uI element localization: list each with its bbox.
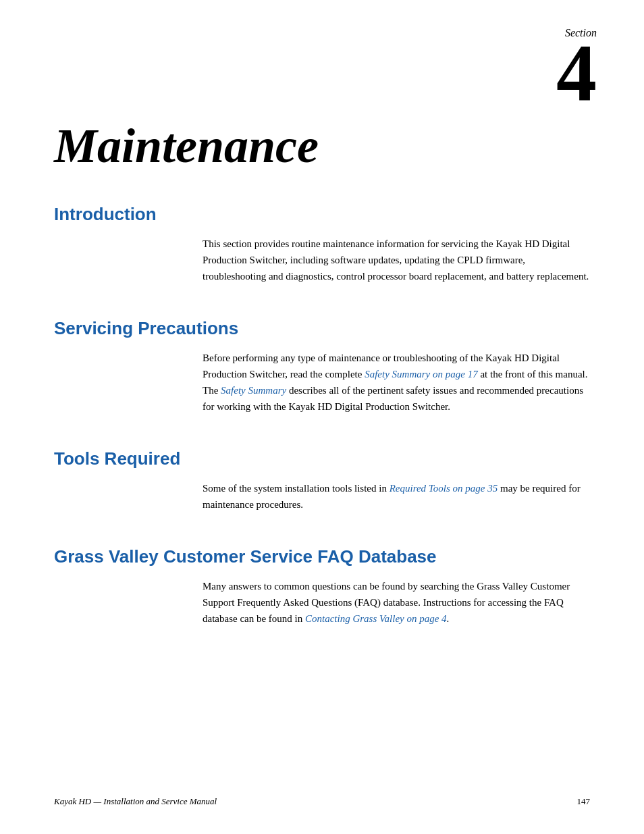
grass-valley-faq-content: Many answers to common questions can be … [54, 578, 590, 627]
grass-valley-faq-heading-text: Grass Valley Customer Service FAQ Databa… [54, 546, 590, 567]
tools-required-left-spacer [54, 480, 203, 513]
section-tools-required: Tools Required Some of the system instal… [54, 448, 590, 513]
introduction-heading: Introduction [54, 204, 590, 225]
footer-page-number: 147 [577, 796, 591, 807]
grass-valley-faq-left-spacer [54, 578, 203, 627]
required-tools-link[interactable]: Required Tools on page 35 [390, 483, 498, 494]
servicing-precautions-body: Before performing any type of maintenanc… [203, 350, 590, 415]
chapter-title-block: Maintenance [54, 122, 590, 170]
tools-required-content: Some of the system installation tools li… [54, 480, 590, 513]
footer-left-text: Kayak HD — Installation and Service Manu… [54, 796, 217, 807]
grass-valley-faq-body: Many answers to common questions can be … [203, 578, 590, 627]
introduction-heading-text: Introduction [54, 204, 590, 225]
safety-summary-link-1[interactable]: Safety Summary on page 17 [365, 369, 477, 380]
section-grass-valley-faq: Grass Valley Customer Service FAQ Databa… [54, 546, 590, 627]
servicing-precautions-content: Before performing any type of maintenanc… [54, 350, 590, 415]
introduction-text: This section provides routine maintenanc… [203, 236, 590, 284]
section-number: 4 [556, 39, 597, 108]
tools-required-body: Some of the system installation tools li… [203, 480, 590, 513]
introduction-body: This section provides routine maintenanc… [203, 236, 590, 284]
section-header: Section 4 [556, 27, 597, 108]
tools-required-heading-text: Tools Required [54, 448, 590, 469]
section-servicing-precautions: Servicing Precautions Before performing … [54, 318, 590, 415]
grass-valley-faq-heading: Grass Valley Customer Service FAQ Databa… [54, 546, 590, 567]
chapter-title: Maintenance [54, 122, 590, 170]
section-introduction: Introduction This section provides routi… [54, 204, 590, 284]
servicing-precautions-heading: Servicing Precautions [54, 318, 590, 339]
introduction-left-spacer [54, 236, 203, 284]
servicing-precautions-text: Before performing any type of maintenanc… [203, 350, 590, 415]
servicing-precautions-left-spacer [54, 350, 203, 415]
introduction-content: This section provides routine maintenanc… [54, 236, 590, 284]
tools-required-text: Some of the system installation tools li… [203, 480, 590, 513]
contacting-grass-valley-link[interactable]: Contacting Grass Valley on page 4 [305, 613, 447, 624]
tools-required-heading: Tools Required [54, 448, 590, 469]
grass-valley-faq-text: Many answers to common questions can be … [203, 578, 590, 627]
footer: Kayak HD — Installation and Service Manu… [0, 796, 644, 807]
servicing-precautions-heading-text: Servicing Precautions [54, 318, 590, 339]
safety-summary-link-2[interactable]: Safety Summary [221, 385, 286, 396]
page: Section 4 Maintenance Introduction This … [0, 0, 644, 834]
